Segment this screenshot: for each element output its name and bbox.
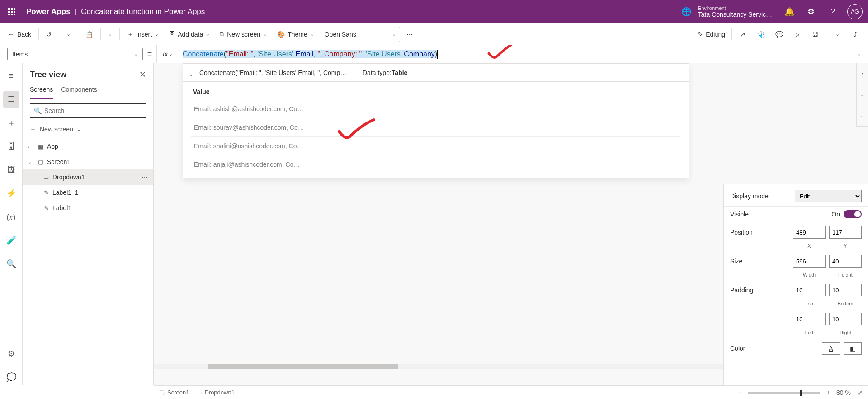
rail-variables-icon[interactable]: (𝑥): [3, 209, 19, 225]
paste-button[interactable]: 📋: [82, 29, 97, 40]
right-rail-collapse: › ⌄ ⌄: [856, 63, 868, 127]
command-bar: ←Back ↺ ⌄ 📋 ⌄ ＋Insert⌄ 🗄Add data⌄ ⧉New s…: [0, 23, 868, 45]
tree-node-app[interactable]: ›▦App: [23, 139, 153, 154]
tree-node-dropdown[interactable]: ▭Dropdown1⋯: [23, 169, 153, 185]
formula-bar: Items⌄ = fx⌄ Concatenate("Email: ", 'Sit…: [0, 45, 868, 63]
tree-search-input[interactable]: [44, 107, 142, 114]
rail-hamburger-icon[interactable]: ≡: [3, 68, 19, 84]
padding-r-input[interactable]: [829, 313, 862, 325]
publish-split-icon[interactable]: ⌄: [829, 26, 845, 42]
breadcrumb-dropdown[interactable]: ▭Dropdown1: [196, 389, 235, 396]
padding-l-input[interactable]: [793, 313, 826, 325]
zoom-value: 80 %: [836, 389, 851, 396]
font-dropdown[interactable]: Open Sans⌄: [321, 27, 400, 42]
prop-size: Size: [724, 251, 868, 271]
rail-tests-icon[interactable]: 🧪: [3, 232, 19, 249]
properties-dropdown-icon[interactable]: ⌄: [857, 84, 868, 106]
rail-media-icon[interactable]: 🖼: [3, 162, 19, 178]
size-w-input[interactable]: [793, 255, 826, 268]
editing-mode-button[interactable]: ✎Editing: [694, 29, 729, 40]
overflow-button[interactable]: ⋯: [403, 29, 416, 40]
result-row[interactable]: Email: shalini@ashishcoder.com, Co…: [191, 137, 680, 155]
app-checker-icon[interactable]: 🩺: [753, 26, 769, 42]
padding-t-input[interactable]: [793, 284, 826, 296]
formula-input[interactable]: Concatenate("Email: ", 'Site Users'.Emai…: [179, 45, 850, 63]
theme-button[interactable]: 🎨Theme⌄: [274, 29, 318, 40]
property-dropdown[interactable]: Items⌄: [7, 48, 143, 60]
padding-b-input[interactable]: [829, 284, 862, 296]
notifications-icon[interactable]: 🔔: [779, 0, 799, 23]
position-x-input[interactable]: [793, 226, 826, 239]
rail-insert-icon[interactable]: ＋: [3, 115, 19, 131]
display-mode-select[interactable]: Edit: [795, 190, 862, 202]
separator: |: [75, 8, 77, 15]
fx-button[interactable]: fx⌄: [156, 45, 179, 63]
font-value: Open Sans: [325, 31, 356, 38]
result-row[interactable]: Email: ashish@ashishcoder.com, Co…: [191, 100, 680, 118]
close-icon[interactable]: ✕: [139, 70, 146, 80]
canvas-h-scrollbar[interactable]: [154, 364, 723, 372]
paste-split-icon[interactable]: ⌄: [104, 29, 116, 39]
share-icon[interactable]: ↗: [735, 26, 751, 42]
font-color-button[interactable]: A: [822, 342, 840, 355]
undo-split-icon[interactable]: ⌄: [63, 29, 74, 39]
tree-search[interactable]: 🔍: [30, 103, 146, 118]
result-summary[interactable]: Concatenate("Email: ", 'Site Users'.Emai…: [183, 69, 355, 76]
back-button[interactable]: ←Back: [5, 29, 35, 40]
tree-node-label2[interactable]: ✎Label1: [23, 200, 153, 216]
tree-new-screen-button[interactable]: ＋New screen⌄: [23, 122, 153, 136]
advanced-dropdown-icon[interactable]: ⌄: [857, 105, 868, 127]
settings-icon[interactable]: ⚙: [801, 0, 821, 23]
save-icon[interactable]: 🖫: [807, 26, 823, 42]
app-launcher-icon[interactable]: [0, 8, 24, 15]
properties-panel: Display mode Edit Visible On Position XY: [723, 184, 868, 385]
zoom-out-icon[interactable]: −: [738, 389, 741, 396]
result-data-type: Data type: Table: [355, 64, 415, 81]
rail-powerautomate-icon[interactable]: ⚡: [3, 185, 19, 202]
environment-icon[interactable]: 🌐: [676, 0, 696, 23]
app-header: Power Apps | Concatenate function in Pow…: [0, 0, 868, 23]
zoom-in-icon[interactable]: +: [826, 389, 830, 396]
expand-formula-icon[interactable]: ⌄: [850, 45, 868, 63]
prop-padding-lr: [724, 309, 868, 329]
undo-button[interactable]: ↺: [42, 29, 55, 40]
tree-node-label1[interactable]: ✎Label1_1: [23, 185, 153, 200]
new-screen-button[interactable]: ⧉New screen⌄: [216, 28, 271, 40]
equals-icon: =: [143, 45, 156, 63]
fill-color-button[interactable]: ◧: [844, 342, 862, 355]
comments-icon[interactable]: 💬: [771, 26, 787, 42]
add-data-button[interactable]: 🗄Add data⌄: [165, 29, 213, 40]
formula-result-panel: Concatenate("Email: ", 'Site Users'.Emai…: [183, 63, 689, 178]
rail-treeview-icon[interactable]: ☰: [3, 91, 19, 108]
result-value-header: Value: [193, 88, 680, 95]
breadcrumb-screen[interactable]: ▢Screen1: [159, 389, 189, 396]
status-bar: ▢Screen1 ▭Dropdown1 − + 80 % ⤢: [154, 385, 868, 399]
zoom-slider[interactable]: [748, 392, 820, 394]
help-icon[interactable]: ?: [823, 0, 843, 23]
rail-search-icon[interactable]: 🔍: [3, 256, 19, 272]
insert-button[interactable]: ＋Insert⌄: [123, 28, 162, 40]
rail-settings-icon[interactable]: ⚙: [3, 346, 19, 362]
visible-toggle[interactable]: [844, 210, 862, 218]
size-h-input[interactable]: [829, 255, 862, 268]
rail-data-icon[interactable]: 🗄: [3, 138, 19, 155]
prop-display-mode: Display mode Edit: [724, 186, 868, 206]
tree-view-title: Tree view: [30, 70, 66, 80]
annotation-check-icon: [486, 45, 514, 61]
fit-to-window-icon[interactable]: ⤢: [857, 389, 863, 396]
collapse-properties-icon[interactable]: ›: [857, 63, 868, 84]
position-y-input[interactable]: [829, 226, 862, 239]
rail-ask-icon[interactable]: 💭: [3, 369, 19, 385]
preview-icon[interactable]: ▷: [789, 26, 805, 42]
avatar[interactable]: AG: [847, 4, 863, 19]
tab-screens[interactable]: Screens: [30, 82, 53, 99]
result-row[interactable]: Email: sourav@ashishcoder.com, Co…: [191, 118, 680, 137]
tab-components[interactable]: Components: [61, 82, 97, 99]
publish-icon[interactable]: ⤴: [847, 26, 863, 42]
canvas[interactable]: Concatenate("Email: ", 'Site Users'.Emai…: [154, 63, 868, 385]
app-name: Concatenate function in Power Apps: [81, 7, 205, 16]
product-name[interactable]: Power Apps: [26, 7, 71, 16]
tree-node-screen[interactable]: ⌄▢Screen1: [23, 154, 153, 169]
result-row[interactable]: Email: anjali@ashishcoder.com, Co…: [191, 155, 680, 174]
environment-picker[interactable]: Environment Tata Consultancy Servic…: [698, 5, 772, 18]
